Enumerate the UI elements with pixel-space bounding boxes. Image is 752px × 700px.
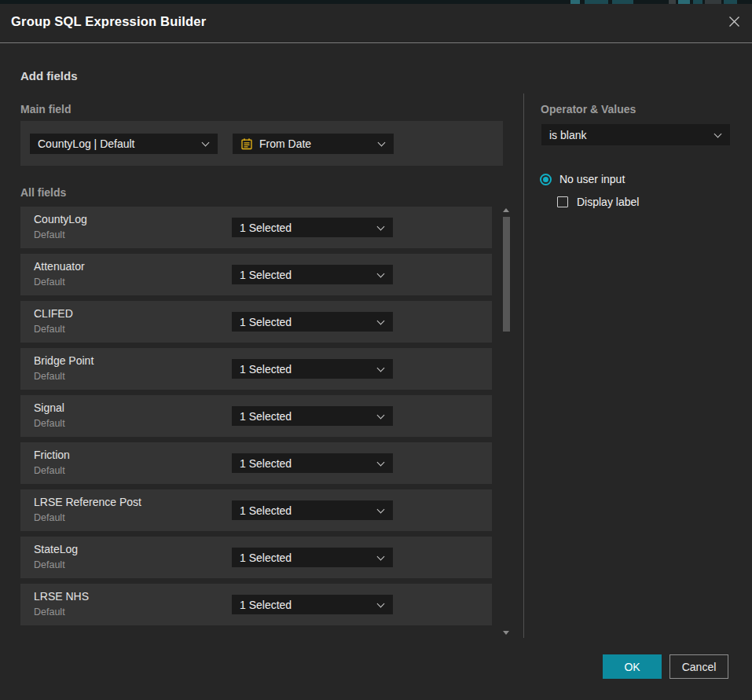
close-button[interactable] xyxy=(725,13,743,30)
field-row: CountyLog Default 1 Selected xyxy=(20,207,492,248)
field-name: CLIFED xyxy=(34,307,73,320)
field-subtitle: Default xyxy=(34,277,65,288)
chevron-down-icon xyxy=(377,458,385,466)
main-field-layer-dropdown-value: CountyLog | Default xyxy=(38,137,135,150)
field-row: Signal Default 1 Selected xyxy=(20,395,492,437)
field-name: StateLog xyxy=(34,543,78,555)
operator-values-label: Operator & Values xyxy=(541,103,636,115)
field-subtitle: Default xyxy=(34,371,65,382)
field-row: Bridge Point Default 1 Selected xyxy=(20,348,492,390)
operator-dropdown-value: is blank xyxy=(549,129,586,141)
radio-selected-icon[interactable] xyxy=(540,174,552,185)
radio-dot xyxy=(543,177,548,182)
chevron-down-icon xyxy=(377,317,385,324)
field-selected-dropdown-label: 1 Selected xyxy=(240,316,292,328)
field-selected-dropdown-label: 1 Selected xyxy=(240,363,292,376)
dialog-title: Group SQL Expression Builder xyxy=(11,14,206,29)
chevron-down-icon xyxy=(714,130,722,137)
all-fields-label: All fields xyxy=(20,186,66,199)
field-name: Bridge Point xyxy=(34,354,94,367)
group-sql-expression-builder-dialog: Group SQL Expression Builder Add fields … xyxy=(0,4,752,700)
field-subtitle: Default xyxy=(34,229,65,240)
chevron-down-icon xyxy=(378,139,386,147)
field-name: Friction xyxy=(34,449,70,461)
main-field-panel: CountyLog | Default From Date xyxy=(20,121,503,166)
field-selected-dropdown[interactable]: 1 Selected xyxy=(232,500,393,520)
screen: Group SQL Expression Builder Add fields … xyxy=(0,0,752,700)
field-subtitle: Default xyxy=(34,324,65,335)
chevron-down-icon xyxy=(377,269,385,277)
x-close-icon xyxy=(728,15,741,28)
field-selected-dropdown-label: 1 Selected xyxy=(240,599,292,611)
all-fields-list: CountyLog Default 1 Selected Attenuator … xyxy=(20,207,492,631)
scrollbar-thumb[interactable] xyxy=(503,217,510,332)
field-subtitle: Default xyxy=(34,512,65,523)
main-field-field-dropdown[interactable]: From Date xyxy=(233,134,394,154)
field-selected-dropdown-label: 1 Selected xyxy=(240,504,292,517)
no-user-input-radio-row[interactable]: No user input xyxy=(540,173,625,185)
field-row: Attenuator Default 1 Selected xyxy=(20,254,492,295)
chevron-down-icon xyxy=(377,364,385,372)
main-field-layer-dropdown[interactable]: CountyLog | Default xyxy=(30,134,218,154)
all-fields-scrollbar[interactable] xyxy=(502,207,511,636)
field-row: StateLog Default 1 Selected xyxy=(20,537,492,578)
dialog-titlebar: Group SQL Expression Builder xyxy=(0,4,752,43)
scrollbar-up-arrow-icon[interactable] xyxy=(503,208,509,212)
chevron-down-icon xyxy=(377,599,385,607)
field-selected-dropdown[interactable]: 1 Selected xyxy=(232,595,393,614)
add-fields-heading: Add fields xyxy=(20,69,78,82)
display-label-checkbox-row[interactable]: Display label xyxy=(557,196,639,208)
field-selected-dropdown[interactable]: 1 Selected xyxy=(232,359,393,379)
field-selected-dropdown-label: 1 Selected xyxy=(240,410,292,423)
field-selected-dropdown[interactable]: 1 Selected xyxy=(232,218,393,237)
field-subtitle: Default xyxy=(34,607,65,618)
field-row: Friction Default 1 Selected xyxy=(20,442,492,484)
field-name: Attenuator xyxy=(34,260,85,273)
field-name: LRSE NHS xyxy=(34,590,89,603)
main-field-field-dropdown-value: From Date xyxy=(259,137,311,150)
scrollbar-down-arrow-icon[interactable] xyxy=(503,631,509,635)
field-row: LRSE Reference Post Default 1 Selected xyxy=(20,489,492,531)
display-label-label: Display label xyxy=(577,196,639,208)
operator-dropdown[interactable]: is blank xyxy=(541,124,730,145)
chevron-down-icon xyxy=(377,505,385,513)
field-name: CountyLog xyxy=(34,213,87,225)
chevron-down-icon xyxy=(377,552,385,560)
field-selected-dropdown-label: 1 Selected xyxy=(240,552,292,564)
field-selected-dropdown-label: 1 Selected xyxy=(240,269,292,281)
field-subtitle: Default xyxy=(34,418,65,429)
date-field-icon xyxy=(240,137,253,150)
main-field-label: Main field xyxy=(20,103,72,115)
vertical-divider xyxy=(523,93,524,638)
field-subtitle: Default xyxy=(34,559,65,570)
cancel-button[interactable]: Cancel xyxy=(669,654,728,679)
field-selected-dropdown-label: 1 Selected xyxy=(240,457,292,470)
field-selected-dropdown-label: 1 Selected xyxy=(240,222,292,234)
chevron-down-icon xyxy=(377,222,385,230)
chevron-down-icon xyxy=(202,139,210,147)
no-user-input-label: No user input xyxy=(559,173,625,185)
field-selected-dropdown[interactable]: 1 Selected xyxy=(232,453,393,473)
field-selected-dropdown[interactable]: 1 Selected xyxy=(232,406,393,426)
field-name: LRSE Reference Post xyxy=(34,496,141,508)
field-selected-dropdown[interactable]: 1 Selected xyxy=(232,548,393,567)
field-row: LRSE NHS Default 1 Selected xyxy=(20,584,492,625)
checkbox-unchecked-icon[interactable] xyxy=(557,196,568,207)
field-selected-dropdown[interactable]: 1 Selected xyxy=(232,312,393,332)
field-name: Signal xyxy=(34,401,64,414)
field-selected-dropdown[interactable]: 1 Selected xyxy=(232,265,393,284)
field-subtitle: Default xyxy=(34,465,65,476)
ok-button[interactable]: OK xyxy=(603,654,662,679)
chevron-down-icon xyxy=(377,411,385,419)
field-row: CLIFED Default 1 Selected xyxy=(20,301,492,343)
